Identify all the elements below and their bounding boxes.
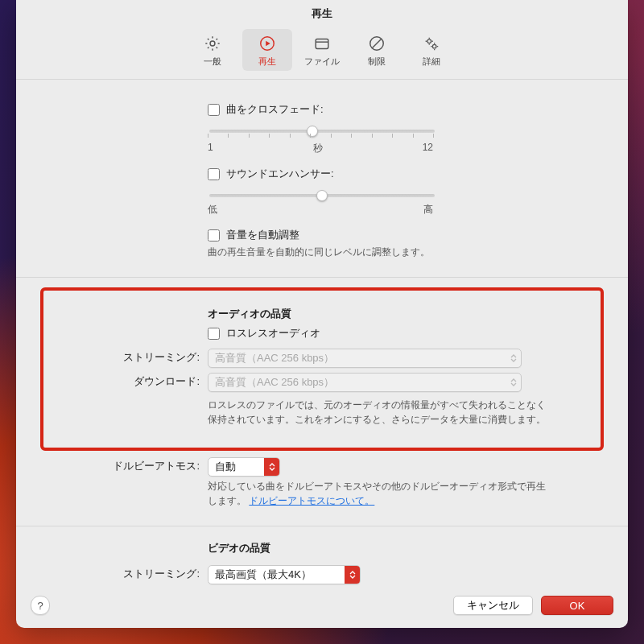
chevron-updown-icon — [506, 374, 521, 391]
tab-files[interactable]: ファイル — [297, 29, 347, 71]
select-value: 高音質（AAC 256 kbps） — [215, 351, 334, 365]
preferences-content: 曲をクロスフェード: 1 秒 12 — [16, 80, 628, 586]
tab-label: ファイル — [304, 56, 340, 68]
tab-label: 一般 — [204, 56, 221, 68]
preferences-window: 再生 一般 再生 — [16, 0, 628, 628]
prohibit-icon — [367, 34, 386, 53]
help-glyph: ? — [37, 600, 43, 612]
tab-general[interactable]: 一般 — [188, 29, 237, 71]
soundcheck-checkbox[interactable] — [208, 229, 220, 242]
svg-rect-2 — [316, 39, 328, 49]
crossfade-scale-labels: 1 秒 12 — [208, 142, 433, 155]
cancel-button[interactable]: キャンセル — [453, 596, 533, 615]
atmos-select[interactable]: 自動 — [208, 457, 280, 477]
soundcheck-checkbox-row: 音量を自動調整 — [208, 228, 596, 242]
svg-point-4 — [427, 39, 431, 43]
enhancer-checkbox[interactable] — [208, 168, 220, 180]
ok-button[interactable]: OK — [541, 596, 613, 615]
scale-low: 低 — [208, 203, 217, 217]
folder-icon — [312, 34, 332, 53]
atmos-learn-more-link[interactable]: ドルビーアトモスについて。 — [249, 495, 374, 506]
divider — [16, 526, 628, 526]
audio-streaming-select[interactable]: 高音質（AAC 256 kbps） — [208, 349, 522, 368]
svg-point-0 — [210, 41, 215, 46]
select-value: 自動 — [215, 460, 236, 474]
enhancer-scale-labels: 低 高 — [208, 203, 433, 217]
svg-point-5 — [432, 44, 436, 48]
chevron-updown-icon — [506, 349, 521, 367]
crossfade-slider[interactable] — [209, 130, 435, 133]
soundcheck-label: 音量を自動調整 — [226, 228, 299, 242]
lossless-checkbox-row: ロスレスオーディオ — [208, 326, 596, 341]
tab-playback[interactable]: 再生 — [242, 29, 292, 71]
gear-icon — [203, 34, 222, 53]
enhancer-checkbox-row: サウンドエンハンサー: — [208, 167, 596, 181]
lossless-checkbox[interactable] — [208, 328, 220, 340]
enhancer-slider[interactable] — [209, 194, 435, 197]
atmos-description: 対応している曲をドルビーアトモスやその他のドルビーオーディオ形式で再生します。 … — [208, 480, 554, 508]
scale-max: 12 — [423, 142, 433, 155]
lossless-label: ロスレスオーディオ — [226, 326, 320, 341]
tab-advanced[interactable]: 詳細 — [407, 29, 456, 71]
tab-label: 詳細 — [423, 56, 440, 68]
select-value: 高音質（AAC 256 kbps） — [215, 375, 334, 390]
chevron-updown-icon — [264, 458, 279, 476]
tab-restrictions[interactable]: 制限 — [352, 29, 402, 71]
window-title: 再生 — [16, 0, 628, 26]
soundcheck-description: 曲の再生音量を自動的に同じレベルに調整します。 — [208, 246, 596, 259]
video-quality-heading: ビデオの品質 — [208, 541, 596, 555]
audio-quality-highlight: オーディオの品質 ロスレスオーディオ ストリーミング: 高音質（AAC 256 … — [40, 287, 604, 451]
audio-download-label: ダウンロード: — [48, 373, 208, 389]
preferences-toolbar: 一般 再生 ファイル — [16, 26, 628, 80]
select-value: 最高画質（最大4K） — [215, 568, 312, 582]
chevron-updown-icon — [345, 566, 360, 584]
tab-label: 再生 — [258, 56, 276, 68]
scale-unit: 秒 — [313, 142, 323, 155]
video-streaming-select[interactable]: 最高画質（最大4K） — [208, 565, 361, 584]
tab-label: 制限 — [368, 56, 386, 68]
audio-streaming-label: ストリーミング: — [48, 349, 208, 365]
dialog-footer: ? キャンセル OK — [16, 586, 628, 628]
scale-high: 高 — [423, 203, 433, 217]
enhancer-label: サウンドエンハンサー: — [226, 167, 334, 181]
crossfade-label: 曲をクロスフェード: — [226, 102, 324, 117]
atmos-label: ドルビーアトモス: — [48, 457, 208, 473]
audio-download-select[interactable]: 高音質（AAC 256 kbps） — [208, 373, 522, 392]
scale-min: 1 — [208, 142, 213, 155]
crossfade-checkbox[interactable] — [208, 104, 220, 116]
play-circle-icon — [258, 34, 277, 53]
slider-ticks — [208, 134, 433, 138]
help-button[interactable]: ? — [31, 596, 50, 615]
video-streaming-label: ストリーミング: — [48, 565, 208, 581]
crossfade-checkbox-row: 曲をクロスフェード: — [208, 102, 596, 117]
audio-quality-heading: オーディオの品質 — [208, 307, 596, 321]
lossless-description: ロスレスのファイルでは、元のオーディオの情報量がすべて失われることなく保持されて… — [208, 398, 546, 427]
gears-icon — [422, 34, 441, 53]
divider — [16, 277, 628, 278]
